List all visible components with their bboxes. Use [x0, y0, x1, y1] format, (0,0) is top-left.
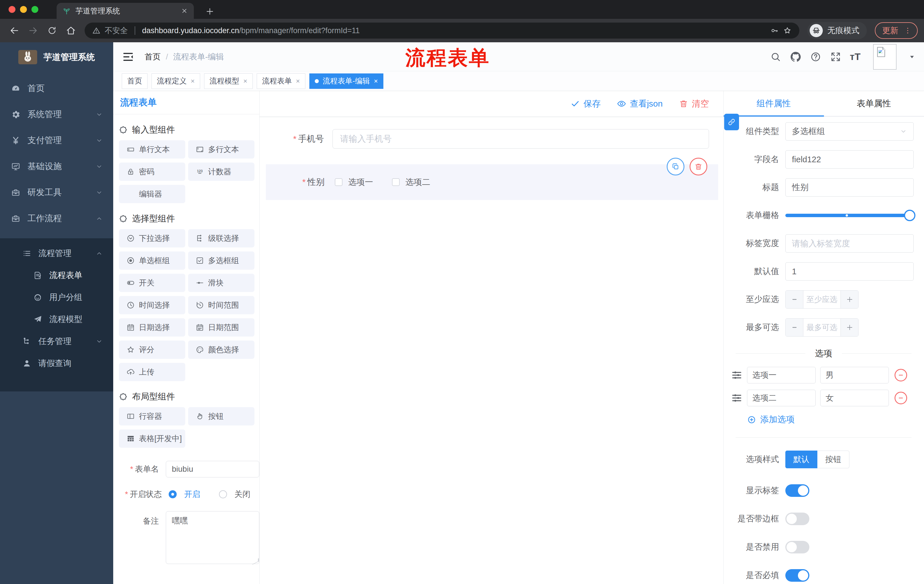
- palette-item-time-range[interactable]: 时间范围: [188, 296, 254, 314]
- clear-button[interactable]: 清空: [679, 98, 709, 110]
- max-select-value[interactable]: 最多可选: [804, 319, 840, 336]
- sidebar-item-payment[interactable]: 支付管理: [0, 127, 113, 153]
- tab-form-props[interactable]: 表单属性: [824, 91, 924, 116]
- radio-status-off[interactable]: [219, 490, 227, 498]
- sidebar-item-user-group[interactable]: 用户分组: [0, 286, 113, 308]
- form-name-input[interactable]: [166, 461, 259, 477]
- view-json-button[interactable]: 查看json: [617, 98, 663, 110]
- phone-input[interactable]: [332, 129, 709, 148]
- sidebar-item-leave-query[interactable]: 请假查询: [0, 352, 113, 374]
- style-button-button[interactable]: 按钮: [817, 451, 850, 468]
- palette-item-select[interactable]: 下拉选择: [119, 229, 185, 247]
- address-bar[interactable]: 不安全 dashboard.yudao.iocoder.cn/bpm/manag…: [85, 23, 799, 39]
- sidebar-item-process-model[interactable]: 流程模型: [0, 308, 113, 330]
- drag-handle-icon[interactable]: [731, 369, 742, 381]
- add-option-button[interactable]: 添加选项: [747, 414, 914, 425]
- remove-option-button[interactable]: [894, 392, 907, 404]
- canvas-field-phone[interactable]: *手机号: [260, 129, 723, 148]
- disabled-toggle[interactable]: [785, 541, 809, 553]
- sidebar-logo-row[interactable]: 芋道管理系统: [0, 42, 113, 72]
- palette-item-counter[interactable]: 计数器: [188, 163, 254, 181]
- checkbox-unchecked[interactable]: [392, 178, 400, 186]
- browser-update-button[interactable]: 更新: [875, 22, 918, 39]
- with-border-toggle[interactable]: [785, 513, 809, 525]
- sidebar-item-system[interactable]: 系统管理: [0, 102, 113, 127]
- sidebar-item-devtools[interactable]: 研发工具: [0, 179, 113, 206]
- bookmark-star-icon[interactable]: [783, 26, 792, 35]
- minimize-window-button[interactable]: [20, 6, 27, 13]
- tag-close-icon[interactable]: ×: [191, 77, 195, 85]
- gender-option1[interactable]: 选项一: [335, 176, 373, 188]
- sidebar-item-process-mgmt[interactable]: 流程管理: [0, 242, 113, 264]
- field-name-input[interactable]: [785, 150, 914, 169]
- stepper-increase-button[interactable]: [840, 319, 858, 336]
- security-label[interactable]: 不安全: [105, 25, 128, 36]
- option1-value-input[interactable]: [820, 367, 889, 383]
- help-question-icon[interactable]: [810, 51, 822, 63]
- show-label-toggle[interactable]: [785, 484, 809, 497]
- palette-item-table[interactable]: 表格[开发中]: [119, 429, 185, 448]
- save-button[interactable]: 保存: [570, 98, 601, 110]
- sidebar-item-workflow[interactable]: 工作流程: [0, 206, 113, 232]
- sidebar-item-process-form[interactable]: 流程表单: [0, 264, 113, 286]
- palette-item-upload[interactable]: 上传: [119, 363, 185, 381]
- sidebar-item-home[interactable]: 首页: [0, 76, 113, 102]
- palette-item-button[interactable]: 按钮: [188, 407, 254, 425]
- component-type-select[interactable]: 多选框组: [785, 122, 914, 141]
- duplicate-component-button[interactable]: [667, 158, 685, 175]
- palette-item-single-text[interactable]: 单行文本: [119, 140, 185, 159]
- font-size-icon[interactable]: ᴛT: [850, 51, 861, 62]
- delete-component-button[interactable]: [690, 158, 707, 175]
- form-grid-slider[interactable]: [785, 206, 914, 225]
- hamburger-collapse-icon[interactable]: [122, 51, 134, 63]
- required-toggle[interactable]: [785, 569, 809, 582]
- option2-value-input[interactable]: [820, 390, 889, 406]
- palette-item-password[interactable]: 密码: [119, 163, 185, 181]
- forward-icon[interactable]: [25, 23, 41, 39]
- option1-label-input[interactable]: [747, 367, 816, 383]
- title-input[interactable]: [785, 178, 914, 197]
- url-text[interactable]: dashboard.yudao.iocoder.cn/bpm/manager/f…: [142, 26, 360, 35]
- palette-item-multi-text[interactable]: 多行文本: [188, 140, 254, 159]
- default-value-input[interactable]: [785, 262, 914, 281]
- palette-item-color-picker[interactable]: 颜色选择: [188, 341, 254, 359]
- stepper-increase-button[interactable]: [840, 291, 858, 308]
- palette-item-rate[interactable]: 评分: [119, 341, 185, 359]
- breadcrumb-home[interactable]: 首页: [145, 51, 161, 62]
- checkbox-unchecked[interactable]: [335, 178, 343, 186]
- back-icon[interactable]: [6, 23, 22, 39]
- tag-close-icon[interactable]: ×: [296, 77, 300, 85]
- palette-item-checkbox-group[interactable]: 多选框组: [188, 252, 254, 270]
- radio-off-label[interactable]: 关闭: [234, 489, 251, 500]
- avatar[interactable]: [873, 44, 896, 70]
- password-key-icon[interactable]: [770, 26, 779, 35]
- new-tab-icon[interactable]: [205, 7, 214, 16]
- avatar-caret-down-icon[interactable]: [908, 53, 916, 61]
- remove-option-button[interactable]: [894, 369, 907, 382]
- reload-icon[interactable]: [44, 23, 60, 39]
- palette-item-row-container[interactable]: 行容器: [119, 407, 185, 425]
- stepper-decrease-button[interactable]: [785, 291, 804, 308]
- stepper-decrease-button[interactable]: [785, 319, 804, 336]
- slider-handle[interactable]: [904, 210, 916, 221]
- tag-close-icon[interactable]: ×: [374, 77, 378, 85]
- palette-item-date-picker[interactable]: 日期选择: [119, 318, 185, 337]
- form-remark-textarea[interactable]: 嘿嘿: [166, 511, 259, 564]
- palette-item-switch[interactable]: 开关: [119, 274, 185, 292]
- palette-item-slider[interactable]: 滑块: [188, 274, 254, 292]
- tag-process-model[interactable]: 流程模型 ×: [204, 73, 253, 89]
- label-width-input[interactable]: [785, 234, 914, 253]
- style-default-button[interactable]: 默认: [785, 451, 817, 468]
- canvas-field-gender-selected[interactable]: *性别 选项一 选项二: [266, 164, 718, 200]
- sidebar-item-infra[interactable]: 基础设施: [0, 153, 113, 179]
- palette-item-radio-group[interactable]: 单选框组: [119, 252, 185, 270]
- palette-item-date-range[interactable]: 日期范围: [188, 318, 254, 337]
- tag-close-icon[interactable]: ×: [243, 77, 247, 85]
- radio-status-on[interactable]: [169, 490, 177, 498]
- home-icon[interactable]: [63, 23, 79, 39]
- browser-menu-dots-icon[interactable]: [903, 26, 912, 35]
- tag-process-definition[interactable]: 流程定义 ×: [152, 73, 200, 89]
- radio-on-label[interactable]: 开启: [184, 489, 200, 500]
- drag-handle-icon[interactable]: [731, 392, 742, 404]
- gender-option2[interactable]: 选项二: [392, 176, 430, 188]
